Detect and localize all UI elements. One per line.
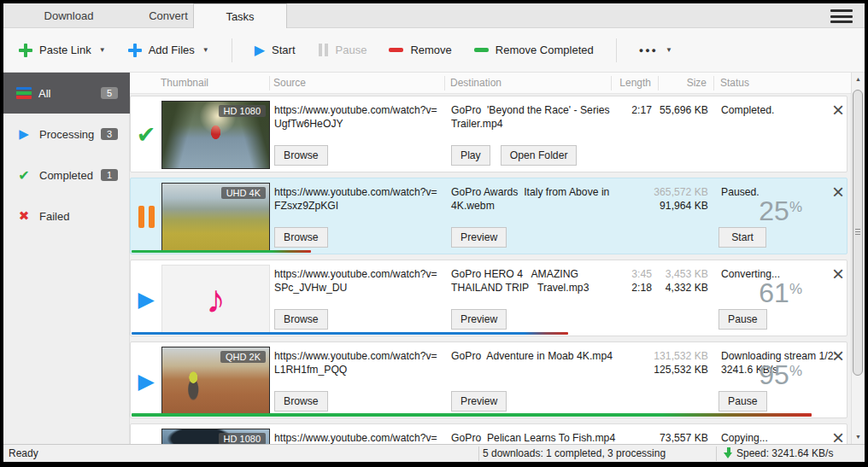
sidebar-item-failed[interactable]: ✖Failed [3, 202, 130, 230]
size-cell: 131,532 KB 125,532 KB [652, 349, 708, 377]
column-header-length[interactable]: Length [591, 73, 651, 94]
toolbar-label: Start [272, 44, 295, 56]
app-body: DownloadConvertTasks Paste Link▼Add File… [3, 3, 865, 462]
tab-tasks[interactable]: Tasks [193, 3, 287, 28]
destination-file: GoPro Adventure in Moab 4K.mp4 [451, 349, 622, 363]
length-current: 2:17 [592, 103, 652, 117]
column-divider [444, 76, 445, 90]
toolbar-separator [616, 38, 617, 62]
browse-button[interactable]: Browse [274, 227, 328, 248]
close-icon[interactable]: × [828, 264, 847, 284]
app-window: DownloadConvertTasks Paste Link▼Add File… [0, 0, 868, 467]
column-header-thumbnail[interactable]: Thumbnail [161, 73, 208, 94]
percent-sign: % [789, 199, 802, 215]
quality-badge: UHD 4K [221, 187, 266, 199]
quality-badge: QHD 2K [220, 351, 266, 363]
task-action-button[interactable]: Start [718, 227, 766, 248]
source-url: https://www.youtube.com/watch?v= L1RH1fm… [274, 349, 449, 377]
video-thumbnail[interactable]: ♪ [161, 265, 270, 333]
column-header-status[interactable]: Status [720, 73, 749, 94]
close-icon[interactable]: × [828, 100, 847, 120]
sidebar-item-label: Completed [39, 169, 93, 182]
size-current: 91,964 KB [652, 199, 708, 213]
scroll-up-icon[interactable]: ▲ [852, 73, 865, 86]
toolbar-label: Remove Completed [496, 44, 594, 56]
browse-button[interactable]: Browse [274, 145, 328, 166]
toolbar-label: Pause [336, 44, 367, 56]
close-icon[interactable]: × [828, 182, 847, 202]
destination-buttons: Preview [451, 227, 507, 248]
dropdown-caret-icon[interactable]: ▼ [202, 46, 209, 54]
column-header-destination[interactable]: Destination [450, 73, 501, 94]
toolbar-remove-button[interactable]: Remove [389, 44, 451, 56]
toolbar-start-button[interactable]: ▶Start [255, 44, 296, 57]
remove-icon [389, 48, 403, 52]
column-header-source[interactable]: Source [273, 73, 306, 94]
download-task-row: ▶ ♪ https://www.youtube.com/watch?v= SPc… [130, 260, 847, 336]
size-cell: 365,572 KB 91,964 KB [652, 185, 708, 213]
progress-percent: 61% [721, 277, 802, 309]
quality-badge: HD 1080 [219, 105, 266, 117]
row-state-icon: ✔ [131, 96, 161, 172]
length-current: 2:18 [592, 281, 652, 295]
size-total: 3,453 KB [652, 267, 708, 281]
length-cell: 2:17 [592, 103, 652, 117]
toolbar-paste-link-button[interactable]: Paste Link▼ [19, 44, 106, 57]
video-thumbnail[interactable]: QHD 2K [161, 347, 270, 415]
close-icon[interactable]: × [828, 428, 847, 444]
count-badge: 1 [101, 169, 118, 181]
play-button[interactable]: Play [451, 145, 490, 166]
video-thumbnail[interactable]: UHD 4K [161, 183, 270, 251]
tab-download[interactable]: Download [15, 3, 122, 28]
toolbar-pause-button[interactable]: Pause [318, 44, 367, 56]
source-url: https://www.youtube.com/watch?v= UgfTw6H… [274, 103, 449, 131]
size-current: 125,532 KB [652, 363, 708, 377]
browse-button[interactable]: Browse [274, 391, 328, 412]
toolbar-separator [232, 38, 232, 62]
toolbar-remove-completed-button[interactable]: Remove Completed [474, 44, 594, 56]
close-icon[interactable]: × [828, 346, 847, 366]
plus-icon [128, 44, 142, 57]
scrollbar[interactable]: ▲ ▼ [851, 73, 864, 444]
sidebar-item-all[interactable]: All5 [3, 73, 130, 114]
toolbar-label: Add Files [149, 44, 195, 56]
pause-icon [318, 44, 329, 56]
percent-sign: % [789, 281, 802, 297]
size-cell: 3,453 KB 4,332 KB [652, 267, 708, 295]
destination-buttons: Preview [451, 391, 507, 412]
destination-file: GoPro Pelican Learns To Fish.mp4 [451, 431, 622, 444]
task-action-button[interactable]: Pause [718, 309, 767, 330]
preview-button[interactable]: Preview [451, 309, 507, 330]
dropdown-caret-icon[interactable]: ▼ [666, 46, 672, 54]
sidebar-item-label: Failed [39, 210, 69, 223]
preview-button[interactable]: Preview [451, 227, 507, 248]
browse-button[interactable]: Browse [274, 309, 328, 330]
toolbar: Paste Link▼Add Files▼▶StartPauseRemoveRe… [3, 28, 865, 73]
sidebar-item-label: All [38, 87, 50, 100]
row-state-icon: ▶ [131, 260, 161, 336]
menu-icon[interactable] [830, 9, 853, 23]
video-thumbnail[interactable]: HD 1080 [161, 101, 270, 169]
sidebar-item-completed[interactable]: ✔Completed1 [3, 161, 130, 189]
toolbar-label: Remove [410, 44, 451, 56]
dropdown-caret-icon[interactable]: ▼ [99, 46, 106, 54]
scroll-down-icon[interactable]: ▼ [852, 430, 865, 444]
task-action-button[interactable]: Pause [718, 391, 767, 412]
sidebar-item-processing[interactable]: ▶Processing3 [3, 120, 130, 148]
plus-icon [19, 44, 32, 57]
toolbar-more-button[interactable]: ●●●▼ [639, 46, 672, 55]
download-task-row: UHD 4K https://www.youtube.com/watch?v= … [130, 178, 847, 254]
preview-button[interactable]: Preview [451, 391, 507, 412]
column-header-size[interactable]: Size [651, 73, 707, 94]
size-current: 73,557 KB [652, 431, 708, 444]
tab-bar: DownloadConvertTasks [3, 3, 865, 28]
count-badge: 3 [101, 128, 118, 140]
size-total: 365,572 KB [652, 185, 708, 199]
length-total: 3:45 [592, 267, 652, 281]
open-folder-button[interactable]: Open Folder [501, 145, 578, 166]
toolbar-add-files-button[interactable]: Add Files▼ [128, 44, 209, 57]
progress-percent-value: 61 [759, 277, 789, 308]
video-thumbnail[interactable]: HD 1080 [161, 429, 270, 444]
scrollbar-thumb[interactable] [853, 90, 863, 376]
play-icon: ▶ [15, 126, 32, 142]
